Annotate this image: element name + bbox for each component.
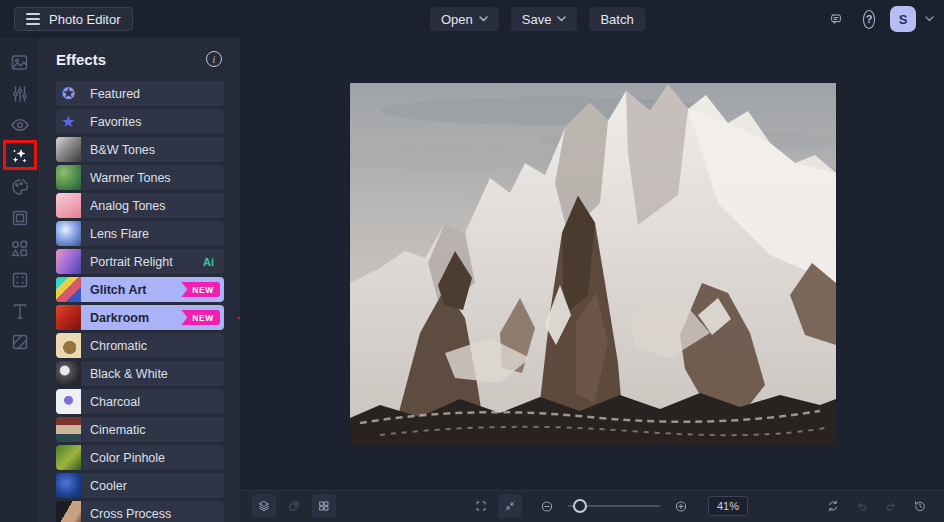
batch-button[interactable]: Batch bbox=[589, 7, 644, 31]
layers-icon[interactable] bbox=[252, 494, 276, 518]
account-chevron-icon[interactable] bbox=[925, 16, 934, 22]
app-menu-button[interactable]: Photo Editor bbox=[14, 7, 133, 31]
sidebar-item-graphics[interactable] bbox=[0, 233, 39, 264]
effects-list: ✪ Featured ★ Favorites B&W Tones Warmer … bbox=[56, 81, 224, 522]
effect-item-color-pinhole[interactable]: Color Pinhole bbox=[56, 445, 224, 470]
top-bar: Photo Editor Open Save Batch ? S bbox=[0, 0, 944, 38]
sidebar-item-effects[interactable] bbox=[0, 140, 39, 171]
featured-badge-icon: ✪ bbox=[56, 81, 81, 106]
chevron-down-icon bbox=[557, 16, 566, 22]
texture-icon bbox=[11, 333, 29, 351]
zoom-in-icon[interactable] bbox=[669, 494, 693, 518]
ai-badge: Ai bbox=[203, 256, 214, 268]
bottom-toolbar: 41% bbox=[240, 490, 944, 522]
file-actions: Open Save Batch bbox=[430, 7, 645, 31]
effects-panel: Effects i ✪ Featured ★ Favorites B&W Ton… bbox=[40, 38, 240, 522]
effect-thumbnail bbox=[56, 333, 81, 358]
zoom-out-icon[interactable] bbox=[535, 494, 559, 518]
effect-thumbnail bbox=[56, 305, 81, 330]
effect-thumbnail bbox=[56, 221, 81, 246]
sidebar-item-textures[interactable] bbox=[0, 326, 39, 357]
effect-item-favorites[interactable]: ★ Favorites bbox=[56, 109, 224, 134]
photo-icon bbox=[10, 53, 29, 72]
effect-item-black-and-white[interactable]: Black & White bbox=[56, 361, 224, 386]
sidebar-item-edit[interactable] bbox=[0, 47, 39, 78]
sidebar-item-frames[interactable] bbox=[0, 202, 39, 233]
chevron-down-icon bbox=[479, 16, 488, 22]
effect-thumbnail bbox=[56, 501, 81, 522]
sidebar-item-text[interactable] bbox=[0, 295, 39, 326]
effect-item-bw-tones[interactable]: B&W Tones bbox=[56, 137, 224, 162]
effect-thumbnail bbox=[56, 389, 81, 414]
shapes-icon bbox=[10, 239, 29, 258]
canvas-area[interactable] bbox=[240, 38, 944, 490]
effect-item-darkroom[interactable]: Darkroom NEW bbox=[56, 305, 224, 330]
effect-thumbnail bbox=[56, 473, 81, 498]
effect-thumbnail bbox=[56, 249, 81, 274]
sidebar-item-touch-up[interactable] bbox=[0, 109, 39, 140]
redo-icon[interactable] bbox=[879, 494, 903, 518]
overlay-icon bbox=[11, 271, 29, 289]
effect-thumbnail bbox=[56, 417, 81, 442]
avatar[interactable]: S bbox=[890, 6, 916, 32]
effect-item-lens-flare[interactable]: Lens Flare bbox=[56, 221, 224, 246]
effect-item-featured[interactable]: ✪ Featured bbox=[56, 81, 224, 106]
new-badge: NEW bbox=[181, 282, 220, 297]
effect-thumbnail bbox=[56, 193, 81, 218]
open-button[interactable]: Open bbox=[430, 7, 499, 31]
photo-mountain-image bbox=[350, 83, 836, 446]
sliders-icon bbox=[11, 85, 29, 103]
menu-icon bbox=[26, 13, 40, 25]
text-icon bbox=[11, 302, 29, 320]
effect-thumbnail bbox=[56, 165, 81, 190]
fullscreen-icon[interactable] bbox=[469, 494, 493, 518]
effect-thumbnail bbox=[56, 277, 81, 302]
palette-icon bbox=[10, 177, 30, 197]
grid-view-icon[interactable] bbox=[312, 494, 336, 518]
account-area: ? S bbox=[824, 6, 934, 32]
sidebar-item-artsy[interactable] bbox=[0, 171, 39, 202]
effect-thumbnail bbox=[56, 137, 81, 162]
effect-item-warmer-tones[interactable]: Warmer Tones bbox=[56, 165, 224, 190]
zoom-slider-handle[interactable] bbox=[573, 499, 587, 513]
frame-icon bbox=[11, 209, 29, 227]
star-icon: ★ bbox=[56, 109, 81, 134]
new-badge: NEW bbox=[181, 310, 220, 325]
info-icon[interactable]: i bbox=[206, 51, 222, 67]
history-icon[interactable] bbox=[908, 494, 932, 518]
refresh-icon[interactable] bbox=[821, 494, 845, 518]
fit-screen-icon[interactable] bbox=[498, 494, 522, 518]
undo-icon[interactable] bbox=[850, 494, 874, 518]
panel-title: Effects bbox=[56, 51, 106, 68]
effect-item-charcoal[interactable]: Charcoal bbox=[56, 389, 224, 414]
tool-sidebar bbox=[0, 38, 40, 522]
feedback-chat-icon[interactable] bbox=[824, 7, 848, 31]
effect-item-cinematic[interactable]: Cinematic bbox=[56, 417, 224, 442]
app-title: Photo Editor bbox=[49, 12, 121, 27]
sparkles-icon bbox=[10, 146, 30, 166]
effect-item-portrait-relight[interactable]: Portrait Relight Ai bbox=[56, 249, 224, 274]
effect-item-chromatic[interactable]: Chromatic bbox=[56, 333, 224, 358]
effect-item-glitch-art[interactable]: Glitch Art NEW bbox=[56, 277, 224, 302]
effect-item-cross-process[interactable]: Cross Process bbox=[56, 501, 224, 522]
effect-thumbnail bbox=[56, 445, 81, 470]
transform-icon[interactable] bbox=[282, 494, 306, 518]
effect-thumbnail bbox=[56, 361, 81, 386]
zoom-slider[interactable] bbox=[568, 494, 660, 518]
effect-item-analog-tones[interactable]: Analog Tones bbox=[56, 193, 224, 218]
help-icon[interactable]: ? bbox=[857, 7, 881, 31]
zoom-percentage[interactable]: 41% bbox=[708, 496, 748, 516]
sidebar-item-overlays[interactable] bbox=[0, 264, 39, 295]
effect-item-cooler[interactable]: Cooler bbox=[56, 473, 224, 498]
sidebar-item-adjust[interactable] bbox=[0, 78, 39, 109]
save-button[interactable]: Save bbox=[511, 7, 578, 31]
eye-icon bbox=[10, 115, 30, 135]
